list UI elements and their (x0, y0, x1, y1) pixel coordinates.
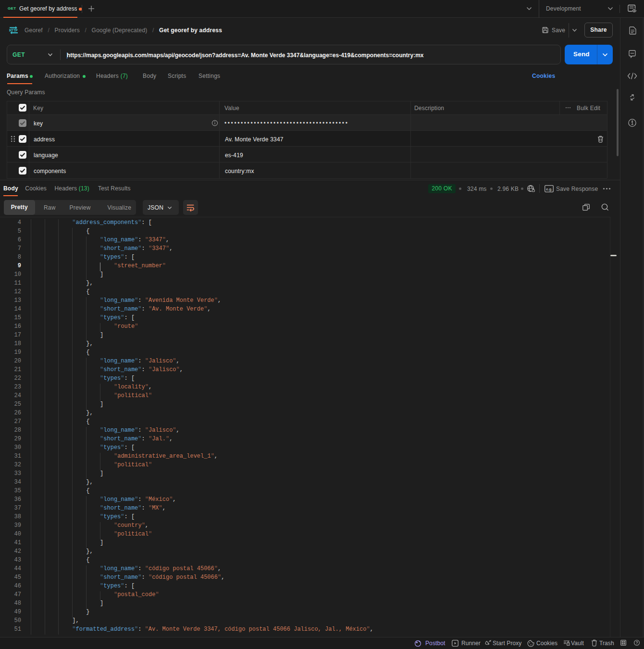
svg-text:HTTP: HTTP (9, 28, 17, 33)
svg-text:e.g.: e.g. (546, 187, 552, 191)
